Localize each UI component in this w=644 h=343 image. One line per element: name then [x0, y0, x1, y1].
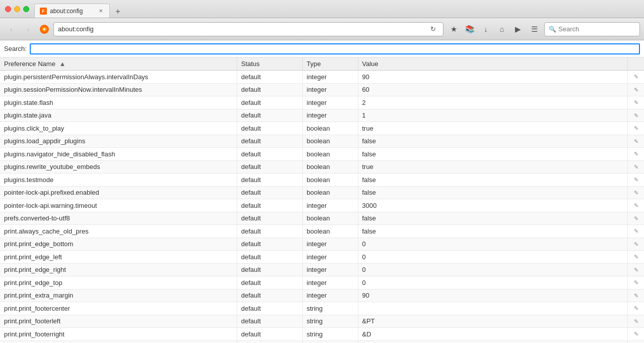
config-search-input[interactable]	[30, 43, 640, 54]
search-input[interactable]	[558, 25, 634, 33]
table-row[interactable]: print.print_footerrightdefaultstring&D✎	[0, 328, 644, 341]
cell-action[interactable]: ✎	[628, 289, 645, 302]
cell-pref-name: print.print_extra_margin	[0, 289, 237, 302]
bookmark-list-button[interactable]: 📚	[463, 22, 477, 36]
cell-status: default	[237, 315, 302, 328]
edit-icon[interactable]: ✎	[632, 202, 640, 210]
bookmark-star-button[interactable]: ★	[446, 22, 461, 36]
table-row[interactable]: plugin.persistentPermissionAlways.interv…	[0, 71, 644, 84]
cell-type: string	[302, 302, 358, 315]
new-tab-button[interactable]: +	[112, 6, 124, 18]
download-button[interactable]: ↓	[479, 22, 493, 36]
edit-icon[interactable]: ✎	[632, 253, 640, 261]
cell-action[interactable]: ✎	[628, 148, 645, 161]
table-row[interactable]: plugins.rewrite_youtube_embedsdefaultboo…	[0, 160, 644, 174]
cell-action[interactable]: ✎	[628, 135, 645, 148]
cell-action[interactable]: ✎	[628, 225, 645, 238]
edit-icon[interactable]: ✎	[632, 176, 640, 184]
menu-button[interactable]: ☰	[527, 22, 541, 36]
search-bar[interactable]: 🔍	[544, 22, 640, 36]
table-row[interactable]: plugins.navigator_hide_disabled_flashdef…	[0, 148, 644, 161]
edit-icon[interactable]: ✎	[632, 189, 640, 197]
table-row[interactable]: print.print_extra_margindefaultinteger90…	[0, 289, 644, 302]
cell-status: default	[237, 199, 302, 212]
maximize-button[interactable]	[23, 6, 29, 12]
table-row[interactable]: plugin.state.flashdefaultinteger2✎	[0, 96, 644, 109]
cell-status: default	[237, 122, 302, 135]
table-row[interactable]: prefs.converted-to-utf8defaultbooleanfal…	[0, 212, 644, 225]
active-tab[interactable]: F about:config ✕	[34, 4, 110, 18]
edit-icon[interactable]: ✎	[632, 125, 640, 133]
cell-pref-name: plugins.rewrite_youtube_embeds	[0, 160, 237, 174]
cell-action[interactable]: ✎	[628, 238, 645, 251]
table-row[interactable]: print.print_headercenterdefaultstring✎	[0, 340, 644, 343]
col-header-status[interactable]: Status	[237, 58, 302, 71]
cell-action[interactable]: ✎	[628, 276, 645, 290]
cell-action[interactable]: ✎	[628, 83, 645, 96]
table-row[interactable]: plugins.load_appdir_pluginsdefaultboolea…	[0, 135, 644, 148]
forward-button[interactable]: ›	[21, 22, 35, 36]
table-row[interactable]: print.print_edge_rightdefaultinteger0✎	[0, 263, 644, 276]
col-header-value[interactable]: Value	[358, 58, 628, 71]
cell-action[interactable]: ✎	[628, 199, 645, 212]
edit-icon[interactable]: ✎	[632, 163, 640, 171]
edit-icon[interactable]: ✎	[632, 86, 640, 94]
table-row[interactable]: pointer-lock-api.prefixed.enableddefault…	[0, 186, 644, 199]
cell-action[interactable]: ✎	[628, 315, 645, 328]
reload-button[interactable]: ↻	[427, 23, 439, 35]
table-row[interactable]: print.print_edge_bottomdefaultinteger0✎	[0, 238, 644, 251]
table-row[interactable]: plugin.state.javadefaultinteger1✎	[0, 109, 644, 122]
edit-icon[interactable]: ✎	[632, 240, 640, 248]
edit-icon[interactable]: ✎	[632, 73, 640, 81]
edit-icon[interactable]: ✎	[632, 150, 640, 158]
cell-value: false	[358, 186, 628, 199]
table-row[interactable]: print.print_edge_leftdefaultinteger0✎	[0, 251, 644, 264]
edit-icon[interactable]: ✎	[632, 266, 640, 274]
edit-icon[interactable]: ✎	[632, 292, 640, 300]
col-header-action	[628, 58, 645, 71]
cell-action[interactable]: ✎	[628, 212, 645, 225]
close-button[interactable]	[5, 6, 11, 12]
cell-action[interactable]: ✎	[628, 186, 645, 199]
table-row[interactable]: plugins.click_to_playdefaultbooleantrue✎	[0, 122, 644, 135]
table-row[interactable]: print.print_footercenterdefaultstring✎	[0, 302, 644, 315]
cell-pref-name: print.print_edge_right	[0, 263, 237, 276]
cell-pref-name: prefs.converted-to-utf8	[0, 212, 237, 225]
edit-icon[interactable]: ✎	[632, 279, 640, 287]
cell-action[interactable]: ✎	[628, 174, 645, 187]
cell-action[interactable]: ✎	[628, 328, 645, 341]
cell-action[interactable]: ✎	[628, 251, 645, 264]
cell-action[interactable]: ✎	[628, 263, 645, 276]
edit-icon[interactable]: ✎	[632, 330, 640, 338]
col-header-name[interactable]: Preference Name ▲	[0, 58, 237, 71]
table-row[interactable]: plugin.sessionPermissionNow.intervalInMi…	[0, 83, 644, 96]
edit-icon[interactable]: ✎	[632, 99, 640, 107]
edit-icon[interactable]: ✎	[632, 111, 640, 120]
back-button[interactable]: ‹	[4, 22, 18, 36]
edit-icon[interactable]: ✎	[632, 227, 640, 236]
table-row[interactable]: plugins.testmodedefaultbooleanfalse✎	[0, 174, 644, 187]
cell-action[interactable]: ✎	[628, 122, 645, 135]
cell-action[interactable]: ✎	[628, 109, 645, 122]
cell-action[interactable]: ✎	[628, 340, 645, 343]
cell-action[interactable]: ✎	[628, 71, 645, 84]
table-row[interactable]: print.print_footerleftdefaultstring&PT✎	[0, 315, 644, 328]
cell-action[interactable]: ✎	[628, 160, 645, 174]
table-row[interactable]: pointer-lock-api.warning.timeoutdefaulti…	[0, 199, 644, 212]
cell-value: 1	[358, 109, 628, 122]
tab-close-button[interactable]: ✕	[97, 8, 104, 15]
col-header-type[interactable]: Type	[302, 58, 358, 71]
minimize-button[interactable]	[14, 6, 20, 12]
edit-icon[interactable]: ✎	[632, 317, 640, 325]
cell-action[interactable]: ✎	[628, 96, 645, 109]
table-row[interactable]: print.always_cache_old_presdefaultboolea…	[0, 225, 644, 238]
cell-value	[358, 302, 628, 315]
home-button[interactable]: ⌂	[495, 22, 509, 36]
table-row[interactable]: print.print_edge_topdefaultinteger0✎	[0, 276, 644, 290]
url-bar[interactable]: about:config ↻	[53, 22, 443, 36]
cell-action[interactable]: ✎	[628, 302, 645, 315]
edit-icon[interactable]: ✎	[632, 305, 640, 313]
pocket-button[interactable]: ▶	[511, 22, 525, 36]
edit-icon[interactable]: ✎	[632, 137, 640, 145]
edit-icon[interactable]: ✎	[632, 214, 640, 222]
